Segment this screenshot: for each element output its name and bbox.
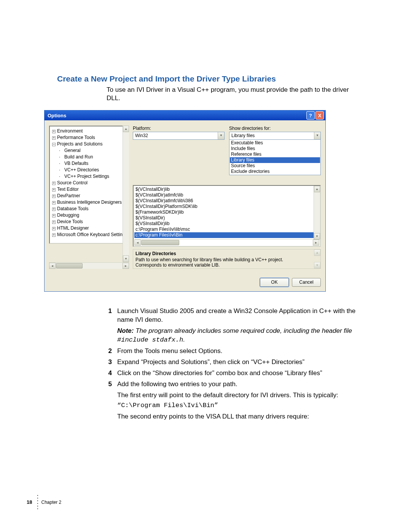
chapter-label: Chapter 2 xyxy=(41,500,61,505)
step-text: From the Tools menu select Options. xyxy=(117,347,358,356)
path-row[interactable]: c:\Program Files\Ivi\Bin xyxy=(134,232,319,238)
page-footer: 18 Chapter 2 xyxy=(27,495,61,509)
steps-list: 1 Launch Visual Studio 2005 and create a… xyxy=(107,307,358,421)
tree-item[interactable]: ·VB Defaults xyxy=(59,160,128,167)
dropdown-option[interactable]: Exclude directories xyxy=(230,169,320,174)
ok-button[interactable]: OK xyxy=(260,278,289,287)
path-row[interactable]: $(VCInstallDir)lib xyxy=(134,187,319,192)
scroll-thumb[interactable] xyxy=(56,263,83,268)
tree-item[interactable]: +Database Tools xyxy=(52,206,128,212)
step-number: 2 xyxy=(107,347,112,356)
help-button[interactable]: ? xyxy=(306,111,315,120)
step: 2 From the Tools menu select Options. xyxy=(107,347,358,356)
step-text: Add the following two entries to your pa… xyxy=(117,380,358,389)
dialog-title: Options xyxy=(48,113,66,118)
path-row[interactable]: $(VSInstallDir) xyxy=(134,215,319,221)
tree-item[interactable]: +Microsoft Office Keyboard Setting xyxy=(52,232,128,238)
tree-item[interactable]: +Device Tools xyxy=(52,219,128,225)
step: 5 Add the following two entries to your … xyxy=(107,380,358,389)
step-text: Expand “Projects and Solutions”, then cl… xyxy=(117,358,358,367)
tree-item[interactable]: +Debugging xyxy=(52,212,128,219)
after-step-text: The first entry will point to the defaul… xyxy=(117,391,358,400)
platform-label: Platform: xyxy=(133,126,225,131)
chevron-down-icon[interactable]: ▼ xyxy=(218,132,224,139)
tree-item[interactable]: +Performance Tools xyxy=(52,134,128,141)
dropdown-option[interactable]: Source files xyxy=(230,163,320,169)
scroll-left-icon[interactable]: ◄ xyxy=(49,263,56,269)
scroll-left-icon[interactable]: ◄ xyxy=(134,240,141,246)
scroll-up-icon[interactable]: ▲ xyxy=(314,186,320,192)
step-text: Click on the “Show directories for” comb… xyxy=(117,369,358,378)
after-step-text: The second entry points to the VISA DLL … xyxy=(117,412,358,421)
section-title: Create a New Project and Import the Driv… xyxy=(57,74,369,83)
paths-listbox[interactable]: $(VCInstallDir)lib$(VCInstallDir)atlmfc\… xyxy=(133,185,321,247)
step: 3 Expand “Projects and Solutions”, then … xyxy=(107,358,358,367)
step-number: 4 xyxy=(107,369,112,378)
dropdown-option[interactable]: Reference files xyxy=(230,152,320,157)
cancel-button[interactable]: Cancel xyxy=(292,278,321,287)
tree-item[interactable]: ·VC++ Directories xyxy=(59,167,128,173)
platform-value: Win32 xyxy=(133,132,218,139)
showdir-combo[interactable]: Library files ▼ xyxy=(229,132,321,140)
dropdown-option[interactable]: Include files xyxy=(230,146,320,152)
scroll-up-icon: ▲ xyxy=(314,249,320,256)
step-text: Launch Visual Studio 2005 and create a W… xyxy=(117,307,355,323)
path-row[interactable]: $(VCInstallDir)atlmfc\lib xyxy=(134,192,319,198)
paths-vscroll[interactable]: ▲ ▼ xyxy=(314,186,320,240)
tree-item[interactable]: +DevPartner xyxy=(52,193,128,199)
tree-item[interactable]: ·Build and Run xyxy=(59,154,128,160)
step-number: 3 xyxy=(107,358,112,367)
path-row[interactable]: $(FrameworkSDKDir)lib xyxy=(134,209,319,215)
step: 4 Click on the “Show directories for” co… xyxy=(107,369,358,378)
tree-item[interactable]: −Projects and Solutions xyxy=(52,141,128,147)
path-row[interactable]: $(VCInstallDir)atlmfc\lib\i386 xyxy=(134,198,319,204)
scroll-right-icon[interactable]: ► xyxy=(313,240,319,246)
paths-hscroll[interactable]: ◄ ► xyxy=(134,239,319,246)
options-tree[interactable]: +Environment+Performance Tools−Projects … xyxy=(49,126,129,244)
chevron-down-icon[interactable]: ▼ xyxy=(314,132,320,139)
tree-hscroll[interactable]: ◄ ► xyxy=(49,262,129,269)
tree-item[interactable]: +Environment xyxy=(52,128,128,134)
showdir-label: Show directories for: xyxy=(229,126,321,131)
scroll-up-icon[interactable]: ▲ xyxy=(123,126,129,132)
tree-vscroll[interactable]: ▲ ▼ xyxy=(123,126,129,262)
step-number: 1 xyxy=(107,307,112,345)
help-box-title: Library Directories xyxy=(135,251,318,256)
note-text: The program already includes some requir… xyxy=(134,327,352,334)
close-button[interactable]: X xyxy=(315,111,324,120)
help-box: Library Directories Path to use when sea… xyxy=(133,249,321,269)
titlebar: Options ? X xyxy=(45,110,325,120)
note-label: Note: xyxy=(117,327,134,334)
tree-item[interactable]: +HTML Designer xyxy=(52,225,128,232)
scroll-right-icon[interactable]: ► xyxy=(123,263,129,269)
dropdown-option[interactable]: Library files xyxy=(230,157,320,163)
path-row[interactable]: c:\Program Files\Ivi\lib\msc xyxy=(134,227,319,232)
tree-item[interactable]: ·VC++ Project Settings xyxy=(59,173,128,180)
tree-item[interactable]: ·General xyxy=(59,147,128,154)
showdir-dropdown-list[interactable]: Executable filesInclude filesReference f… xyxy=(229,139,321,175)
tree-item[interactable]: +Text Editor xyxy=(52,186,128,193)
dropdown-option[interactable]: Executable files xyxy=(230,140,320,146)
scroll-down-icon: ▼ xyxy=(314,262,320,268)
options-dialog: Options ? X +Environment+Performance Too… xyxy=(44,110,326,292)
platform-combo[interactable]: Win32 ▼ xyxy=(133,132,225,140)
path-row[interactable]: $(VSInstallDir)lib xyxy=(134,221,319,227)
note-code: #include stdafx.h xyxy=(117,336,183,343)
page-number: 18 xyxy=(27,499,32,505)
code-path: “C:\Program Files\Ivi\Bin” xyxy=(117,401,358,410)
path-row[interactable]: $(VCInstallDir)PlatformSDK\lib xyxy=(134,204,319,209)
tree-item[interactable]: +Business Intelligence Designers xyxy=(52,199,128,206)
intro-paragraph: To use an IVI Driver in a Visual C++ pro… xyxy=(107,86,354,102)
help-box-text: Path to use when searching for library f… xyxy=(135,257,318,268)
scroll-down-icon[interactable]: ▼ xyxy=(314,233,320,240)
tree-item[interactable]: +Source Control xyxy=(52,180,128,186)
scroll-down-icon[interactable]: ▼ xyxy=(123,256,129,262)
step-number: 5 xyxy=(107,380,112,389)
showdir-value: Library files xyxy=(229,132,314,139)
step: 1 Launch Visual Studio 2005 and create a… xyxy=(107,307,358,345)
scroll-thumb[interactable] xyxy=(141,240,179,245)
